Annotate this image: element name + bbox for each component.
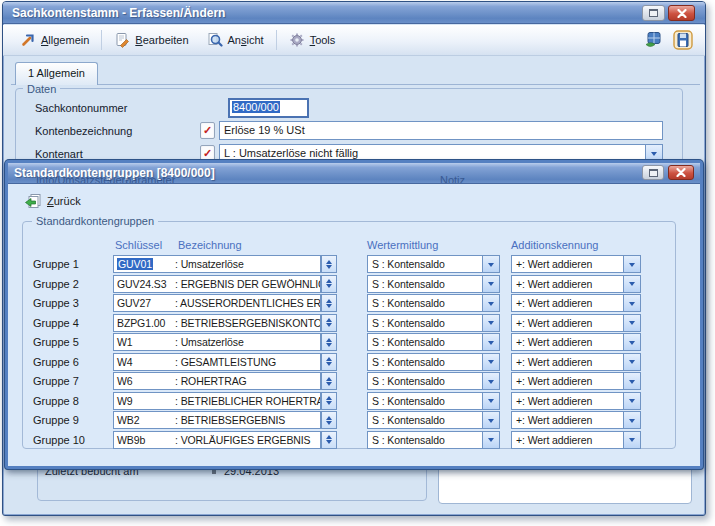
chevron-down-icon bbox=[629, 302, 635, 309]
dropdown-button[interactable] bbox=[623, 354, 640, 370]
dropdown-button[interactable] bbox=[482, 412, 499, 428]
restore-button[interactable] bbox=[642, 5, 665, 21]
spinner-control[interactable] bbox=[321, 353, 337, 371]
schluessel-value: W1 bbox=[114, 334, 175, 350]
bezeichnung-value: : BETRIEBSERGEBNIS bbox=[175, 412, 320, 428]
publish-button[interactable] bbox=[644, 30, 664, 50]
dropdown-button[interactable] bbox=[482, 373, 499, 389]
standardkontengruppen-dialog: Standardkontengruppen [8400/000] Info/Um… bbox=[5, 160, 703, 469]
chevron-down-icon bbox=[629, 341, 635, 348]
close-icon bbox=[676, 168, 686, 177]
menu-bearbeiten[interactable]: Bearbeiten bbox=[105, 28, 197, 52]
additionskennung-select[interactable]: +: Wert addieren bbox=[511, 294, 641, 312]
arrow-ne-icon bbox=[20, 32, 36, 48]
wertermittlung-select[interactable]: S : Kontensaldo bbox=[367, 411, 500, 429]
dropdown-button[interactable] bbox=[623, 373, 640, 389]
row-label: Gruppe 10 bbox=[33, 434, 85, 446]
dropdown-button[interactable] bbox=[482, 393, 499, 409]
chevron-down-icon bbox=[488, 263, 494, 270]
wertermittlung-select[interactable]: S : Kontensaldo bbox=[367, 431, 500, 449]
spinner-control[interactable] bbox=[321, 431, 337, 449]
wertermittlung-select[interactable]: S : Kontensaldo bbox=[367, 333, 500, 351]
spinner-control[interactable] bbox=[321, 333, 337, 351]
additionskennung-select[interactable]: +: Wert addieren bbox=[511, 353, 641, 371]
wertermittlung-select[interactable]: S : Kontensaldo bbox=[367, 255, 500, 273]
sachkontonummer-input[interactable]: 8400/000 bbox=[228, 98, 309, 118]
additionskennung-select[interactable]: +: Wert addieren bbox=[511, 392, 641, 410]
schluessel-field[interactable]: GUV27 : AUSSERORDENTLICHES ERGEBNIS bbox=[113, 294, 321, 312]
spinner-control[interactable] bbox=[321, 314, 337, 332]
chevron-down-icon bbox=[629, 360, 635, 367]
chevron-down-icon bbox=[629, 321, 635, 328]
spin-up-icon bbox=[326, 377, 332, 381]
schluessel-value: BZPG1.00 bbox=[114, 315, 175, 331]
spinner-control[interactable] bbox=[321, 411, 337, 429]
wertermittlung-select[interactable]: S : Kontensaldo bbox=[367, 372, 500, 390]
chevron-down-icon bbox=[488, 321, 494, 328]
additionskennung-select[interactable]: +: Wert addieren bbox=[511, 431, 641, 449]
additionskennung-value: +: Wert addieren bbox=[512, 412, 623, 428]
additionskennung-value: +: Wert addieren bbox=[512, 354, 623, 370]
menu-ansicht[interactable]: Ansicht bbox=[198, 28, 273, 52]
wertermittlung-select[interactable]: S : Kontensaldo bbox=[367, 392, 500, 410]
additionskennung-select[interactable]: +: Wert addieren bbox=[511, 372, 641, 390]
dropdown-button[interactable] bbox=[482, 432, 499, 448]
dropdown-button[interactable] bbox=[623, 432, 640, 448]
spinner-control[interactable] bbox=[321, 294, 337, 312]
menu-tools[interactable]: Tools bbox=[280, 28, 345, 52]
wertermittlung-select[interactable]: S : Kontensaldo bbox=[367, 275, 500, 293]
schluessel-field[interactable]: GUV24.S3 : ERGEBNIS DER GEWÖHNLICHEN GES bbox=[113, 275, 321, 293]
dialog-restore-button[interactable] bbox=[642, 165, 664, 180]
dropdown-button[interactable] bbox=[623, 256, 640, 272]
spin-up-icon bbox=[326, 279, 332, 283]
spinner-control[interactable] bbox=[321, 255, 337, 273]
dropdown-button[interactable] bbox=[623, 315, 640, 331]
dialog-close-button[interactable] bbox=[668, 165, 694, 180]
spinner-control[interactable] bbox=[321, 372, 337, 390]
dropdown-button[interactable] bbox=[482, 295, 499, 311]
wertermittlung-value: S : Kontensaldo bbox=[368, 412, 482, 428]
wertermittlung-select[interactable]: S : Kontensaldo bbox=[367, 294, 500, 312]
schluessel-field[interactable]: W6 : ROHERTRAG bbox=[113, 372, 321, 390]
spinner-control[interactable] bbox=[321, 392, 337, 410]
zurueck-button[interactable]: Zurück bbox=[20, 191, 85, 211]
additionskennung-select[interactable]: +: Wert addieren bbox=[511, 411, 641, 429]
kontenbezeichnung-check-button[interactable]: ✓ bbox=[200, 122, 215, 139]
close-button[interactable] bbox=[668, 5, 695, 21]
value-bullet-icon bbox=[212, 470, 216, 474]
schluessel-field[interactable]: W4 : GESAMTLEISTUNG bbox=[113, 353, 321, 371]
schluessel-value: GUV01 bbox=[117, 258, 153, 270]
dropdown-button[interactable] bbox=[482, 334, 499, 350]
additionskennung-value: +: Wert addieren bbox=[512, 334, 623, 350]
dropdown-button[interactable] bbox=[623, 334, 640, 350]
schluessel-field[interactable]: W9 : BETRIEBLICHER ROHERTRAG bbox=[113, 392, 321, 410]
schluessel-field[interactable]: WB9b : VORLÄUFIGES ERGEBNIS bbox=[113, 431, 321, 449]
menu-label: Bearbeiten bbox=[135, 34, 188, 46]
additionskennung-select[interactable]: +: Wert addieren bbox=[511, 333, 641, 351]
dropdown-button[interactable] bbox=[482, 315, 499, 331]
wertermittlung-select[interactable]: S : Kontensaldo bbox=[367, 353, 500, 371]
save-button[interactable] bbox=[673, 30, 693, 50]
schluessel-field[interactable]: BZPG1.00 : BETRIEBSERGEBNISKONTO bbox=[113, 314, 321, 332]
dropdown-button[interactable] bbox=[482, 276, 499, 292]
schluessel-field[interactable]: GUV01 : Umsatzerlöse bbox=[113, 255, 321, 273]
schluessel-field[interactable]: WB2 : BETRIEBSERGEBNIS bbox=[113, 411, 321, 429]
dropdown-button[interactable] bbox=[623, 412, 640, 428]
dropdown-button[interactable] bbox=[623, 295, 640, 311]
menu-allgemein[interactable]: Allgemein bbox=[11, 28, 98, 52]
additionskennung-select[interactable]: +: Wert addieren bbox=[511, 314, 641, 332]
wertermittlung-select[interactable]: S : Kontensaldo bbox=[367, 314, 500, 332]
spinner-control[interactable] bbox=[321, 275, 337, 293]
schluessel-field[interactable]: W1 : Umsatzerlöse bbox=[113, 333, 321, 351]
additionskennung-select[interactable]: +: Wert addieren bbox=[511, 255, 641, 273]
tab-allgemein[interactable]: 1 Allgemein bbox=[15, 62, 98, 85]
additionskennung-select[interactable]: +: Wert addieren bbox=[511, 275, 641, 293]
column-header-bezeichnung: Bezeichnung bbox=[178, 239, 242, 251]
row-label: Gruppe 8 bbox=[33, 395, 79, 407]
dropdown-button[interactable] bbox=[623, 276, 640, 292]
kontenbezeichnung-input[interactable]: Erlöse 19 % USt bbox=[219, 121, 663, 140]
dropdown-button[interactable] bbox=[482, 354, 499, 370]
chevron-down-icon bbox=[488, 438, 494, 445]
dropdown-button[interactable] bbox=[482, 256, 499, 272]
dropdown-button[interactable] bbox=[623, 393, 640, 409]
